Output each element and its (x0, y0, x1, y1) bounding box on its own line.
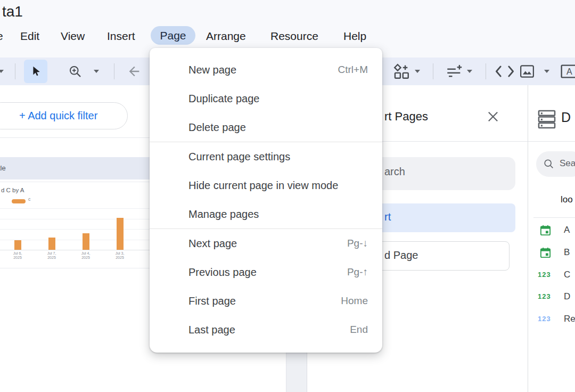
text-box-icon: A (560, 64, 575, 79)
divider (15, 63, 15, 79)
field-row-record-count[interactable]: 123 Rec (528, 308, 575, 330)
x-axis-label: Jul 4,2025 (73, 251, 98, 260)
field-label: A (564, 225, 570, 235)
menu-item-label: Duplicate page (188, 93, 259, 105)
cursor-icon (30, 66, 42, 77)
chevron-down-icon[interactable] (467, 70, 472, 73)
chevron-down-icon[interactable] (415, 70, 420, 73)
menu-item-label: New page (188, 64, 236, 76)
x-axis-label: Jul 7,2025 (39, 251, 64, 260)
page-dropdown-menu: New page Ctrl+M Duplicate page Delete pa… (150, 48, 382, 353)
menubar-item-file-partial[interactable]: e (0, 28, 3, 44)
insert-text-button[interactable]: A (560, 64, 575, 79)
x-axis-label: Jul 6,2025 (5, 251, 30, 260)
insert-image-button[interactable] (519, 63, 536, 79)
fields-search-text: Sea (560, 158, 575, 169)
menu-item-previous-page[interactable]: Previous page Pg-↑ (150, 258, 382, 287)
menu-item-label: Last page (188, 324, 235, 336)
field-row-b[interactable]: B (528, 242, 575, 263)
field-row-c[interactable]: 123 C (528, 264, 575, 285)
add-page-button-label[interactable]: d Page (384, 249, 418, 262)
menu-item-manage-pages[interactable]: Manage pages (150, 200, 382, 228)
menu-item-shortcut: Ctrl+M (338, 64, 368, 76)
zoom-tool-button[interactable] (68, 64, 83, 79)
add-chart-icon (392, 62, 410, 80)
menubar-item-help[interactable]: Help (343, 28, 366, 44)
field-row-a[interactable]: A (528, 219, 575, 241)
pages-search-text: arch (384, 166, 405, 178)
menubar-item-resource[interactable]: Resource (270, 28, 318, 44)
close-icon[interactable] (486, 109, 500, 124)
menubar-item-page-active[interactable]: Page (151, 26, 195, 45)
menu-item-label: Manage pages (188, 208, 259, 220)
menu-item-shortcut: End (350, 324, 368, 336)
menubar-item-edit[interactable]: Edit (20, 28, 39, 44)
looker-studio-app: ta1 e Edit View Insert Page Arrange Reso… (0, 0, 575, 392)
menu-item-label: Next page (188, 238, 237, 250)
bar (83, 233, 89, 250)
add-chart-button[interactable] (392, 62, 410, 80)
legend-swatch (12, 199, 26, 203)
menubar-item-insert[interactable]: Insert (107, 28, 135, 44)
menu-item-label: First page (188, 295, 236, 307)
menu-item-shortcut: Pg-↑ (347, 266, 368, 278)
menu-item-next-page[interactable]: Next page Pg-↓ (150, 229, 382, 258)
field-row-d[interactable]: 123 D (528, 286, 575, 307)
calendar-icon (539, 224, 552, 236)
data-source-name[interactable]: loo (561, 194, 573, 205)
metric-type-icon: 123 (538, 315, 551, 323)
code-icon (494, 64, 515, 78)
bar (117, 218, 124, 250)
left-arrow-icon (127, 64, 142, 79)
menu-item-shortcut: Pg-↓ (347, 238, 368, 249)
field-label: Rec (564, 314, 575, 324)
chart-title: d C by A (1, 187, 24, 193)
divider (486, 63, 486, 79)
field-label: B (564, 247, 570, 258)
image-icon (519, 63, 536, 79)
selected-page-label[interactable]: rt (384, 211, 391, 223)
field-label: C (564, 270, 570, 280)
chevron-down-icon[interactable] (0, 70, 4, 73)
menu-item-last-page[interactable]: Last page End (150, 315, 382, 344)
number-type-icon: 123 (538, 292, 551, 300)
add-control-icon (445, 62, 463, 80)
data-icon (537, 109, 557, 129)
chevron-down-icon[interactable] (544, 70, 549, 73)
chevron-down-icon[interactable] (94, 70, 99, 73)
divider (114, 63, 114, 79)
back-arrow-button[interactable] (127, 64, 142, 79)
add-quick-filter-label[interactable]: + Add quick filter (19, 108, 97, 124)
menu-item-new-page[interactable]: New page Ctrl+M (150, 55, 382, 84)
page-header-text: tle (0, 164, 6, 172)
embed-code-button[interactable] (494, 64, 515, 78)
menu-item-first-page[interactable]: First page Home (150, 287, 382, 315)
menu-item-label: Current page settings (188, 151, 290, 163)
menu-item-label: Delete page (188, 121, 246, 134)
menubar-item-arrange[interactable]: Arrange (206, 28, 246, 44)
menu-item-label: Previous page (188, 266, 257, 279)
menubar-item-page-label: Page (160, 29, 186, 42)
menu-item-delete-page[interactable]: Delete page (150, 113, 382, 142)
fields-search-input[interactable]: Sea (536, 151, 575, 177)
bar (14, 240, 21, 250)
menu-item-current-page-settings[interactable]: Current page settings (150, 142, 382, 171)
report-pages-panel-title: rt Pages (384, 110, 428, 124)
legend-label: c (28, 197, 31, 202)
x-axis-label: Jul 3,2025 (107, 251, 133, 260)
menubar-item-view[interactable]: View (61, 28, 85, 44)
add-control-button[interactable] (445, 62, 463, 80)
data-panel: D Sea loo A (528, 85, 575, 392)
report-title[interactable]: ta1 (2, 3, 23, 20)
select-tool-button[interactable] (24, 60, 47, 83)
divider (528, 141, 575, 142)
menu-item-label: Hide current page in view mode (188, 179, 338, 192)
data-panel-title: D (561, 110, 571, 125)
svg-text:A: A (566, 67, 572, 76)
bar (48, 238, 55, 250)
menu-item-shortcut: Home (341, 295, 368, 307)
menu-item-hide-current-page[interactable]: Hide current page in view mode (150, 171, 382, 200)
divider (433, 63, 433, 79)
menu-item-duplicate-page[interactable]: Duplicate page (150, 84, 382, 113)
calendar-icon (539, 247, 552, 259)
